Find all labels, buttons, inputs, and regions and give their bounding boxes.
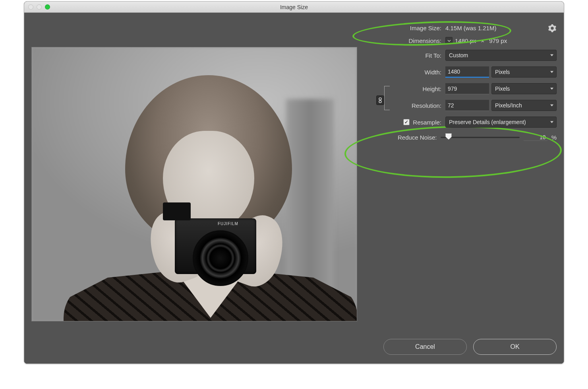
window-title: Image Size [24,4,564,10]
dimensions-label: Dimensions: [378,37,441,44]
resolution-input[interactable] [445,100,489,111]
annotation-ellipse-mid [344,124,562,180]
camera-brand-text: FUJIFILM [218,222,238,226]
resample-label: Resample: [413,119,441,126]
fit-to-select[interactable]: Custom [445,50,557,61]
image-size-dialog: Image Size FUJIFILM [24,1,564,364]
dialog-body: FUJIFILM Image Size: 4.15M (was 1.21M) [24,13,564,364]
reduce-noise-label: Reduce Noise: [398,134,437,141]
controls-pane: Image Size: 4.15M (was 1.21M) Dimensions… [362,13,564,364]
resample-row: ✓ Resample: Preserve Details (enlargemen… [378,117,557,128]
fit-to-label: Fit To: [378,52,441,59]
image-size-row: Image Size: 4.15M (was 1.21M) [378,25,557,31]
reduce-noise-value[interactable] [524,134,547,141]
dimensions-width: 1480 px [455,37,476,44]
dialog-footer: Cancel OK [383,339,557,355]
width-label: Width: [378,69,441,76]
image-size-label: Image Size: [378,25,441,31]
resolution-unit-select[interactable]: Pixels/Inch [491,100,557,111]
height-input[interactable] [445,83,489,94]
titlebar: Image Size [24,2,564,13]
resample-method-select[interactable]: Preserve Details (enlargement) [445,117,557,128]
window-close-button[interactable] [28,4,33,10]
reduce-noise-row: Reduce Noise: % [398,133,557,141]
dimensions-row: Dimensions: 1480 px × 979 px [378,37,557,44]
height-row: Height: Pixels [378,83,557,94]
preview-pane: FUJIFILM [24,13,362,364]
window-minimize-button[interactable] [37,4,42,10]
dimensions-height: 979 px [489,37,507,44]
traffic-lights [28,4,50,10]
resolution-row: Resolution: Pixels/Inch [378,100,557,111]
cancel-button[interactable]: Cancel [383,339,467,355]
width-unit-select[interactable]: Pixels [491,66,557,78]
image-size-value: 4.15M (was 1.21M) [445,25,496,31]
svg-rect-1 [379,101,381,103]
resample-checkbox[interactable]: ✓ [403,119,410,125]
dimensions-unit-toggle[interactable] [445,37,453,44]
controls-grid: Image Size: 4.15M (was 1.21M) Dimensions… [378,25,557,141]
resolution-label: Resolution: [378,102,441,109]
height-unit-select[interactable]: Pixels [491,83,557,94]
svg-rect-0 [379,98,381,100]
width-input[interactable] [445,66,489,78]
width-row: Width: Pixels [378,66,557,78]
ok-button[interactable]: OK [473,339,557,355]
height-label: Height: [378,86,441,92]
fit-to-row: Fit To: Custom [378,50,557,61]
window-zoom-button[interactable] [45,4,50,10]
constrain-proportions-button[interactable] [376,95,384,105]
percent-sign: % [551,134,557,141]
dimensions-multiply: × [481,37,484,44]
image-preview[interactable]: FUJIFILM [31,47,357,321]
reduce-noise-slider[interactable] [441,133,519,141]
